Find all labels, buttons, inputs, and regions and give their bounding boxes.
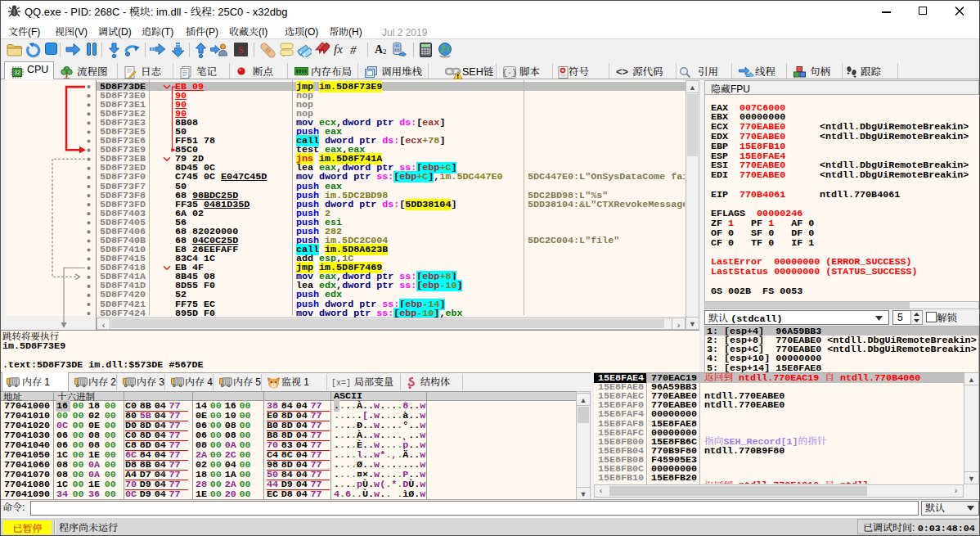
svg-text:[x=]: [x=] (331, 379, 351, 387)
svg-text:2: 2 (383, 47, 387, 56)
svg-text:{·}: {·} (503, 69, 516, 78)
svg-text:#: # (350, 43, 357, 56)
svg-text:32: 32 (14, 70, 20, 75)
svg-text:fx: fx (334, 43, 343, 56)
svg-text:S: S (238, 43, 244, 56)
svg-text:<>: <> (616, 67, 628, 77)
